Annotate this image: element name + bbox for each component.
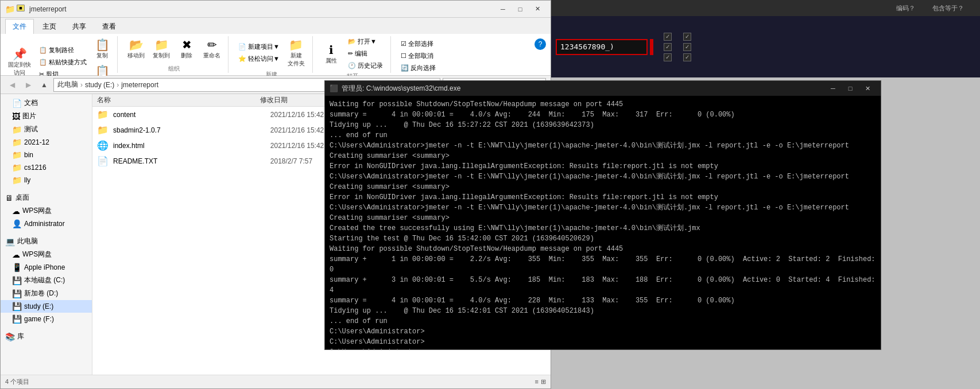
sidebar: 📄 文档 🖼 图片 📁 测试 📁 2021-12 📁 bin [1, 94, 92, 375]
sidebar-section-library: 📚 库 [1, 328, 92, 345]
check3-2[interactable]: ✓ [683, 53, 691, 61]
forward-button[interactable]: ▶ [21, 78, 35, 92]
invert-select-button[interactable]: 🔄 反向选择 [398, 63, 439, 73]
sidebar-item-bin[interactable]: 📁 bin [1, 149, 92, 161]
maximize-button[interactable]: □ [512, 2, 529, 17]
moveto-button[interactable]: 📂 移动到 [125, 36, 148, 61]
sidebar-item-this-pc[interactable]: 💻 此电脑 [1, 235, 92, 248]
dark-panel-body: ✓ ✓ ✓ ✓ ✓ ✓ [551, 16, 980, 77]
view-list-icon[interactable]: ≡ [535, 378, 539, 386]
pin-button[interactable]: 📌 固定到快访问 [5, 45, 34, 79]
properties-label: 属性 [326, 57, 337, 65]
view-grid-icon[interactable]: ⊞ [541, 378, 546, 386]
cmd-title-buttons: ─ □ ✕ [824, 82, 876, 95]
sidebar-label-2021-12: 2021-12 [24, 138, 49, 146]
close-button[interactable]: ✕ [529, 2, 546, 17]
easy-access-label: 轻松访问▼ [248, 55, 280, 63]
desktop-icon: 🖥 [5, 193, 13, 203]
cmd-title-bar: ⬛ 管理员: C:\windows\system32\cmd.exe ─ □ ✕ [325, 81, 881, 96]
file-name-sbadmin: sbadmin2-1.0.7 [113, 126, 268, 134]
pictures-icon: 🖼 [12, 112, 20, 121]
bin-icon: 📁 [12, 150, 22, 160]
sidebar-item-test[interactable]: 📁 测试 [1, 123, 92, 136]
new-buttons: 📄 新建项目▼ ⭐ 轻松访问▼ 📁 新建文件夹 [235, 36, 308, 69]
drive-c-icon: 💾 [12, 276, 22, 285]
rename-button[interactable]: ✏ 重命名 [200, 36, 223, 61]
check-row-3: ✓ ✓ [664, 53, 691, 61]
ribbon-group-new: 📄 新建项目▼ ⭐ 轻松访问▼ 📁 新建文件夹 新建 [235, 36, 313, 73]
sidebar-item-drive-d[interactable]: 💾 新加卷 (D:) [1, 287, 92, 300]
sidebar-label-apple-iphone: Apple iPhone [24, 263, 65, 271]
sidebar-label-test: 测试 [24, 125, 38, 134]
up-button[interactable]: ▲ [37, 78, 51, 92]
sidebar-item-wps2[interactable]: ☁ WPS网盘 [1, 248, 92, 261]
sidebar-item-lly[interactable]: 📁 lly [1, 174, 92, 186]
sidebar-label-documents: 文档 [24, 98, 38, 108]
open-button[interactable]: 📂 打开▼ [345, 36, 386, 47]
help-button[interactable]: ? [534, 38, 546, 50]
sidebar-item-apple-iphone[interactable]: 📱 Apple iPhone [1, 261, 92, 274]
ribbon-tabs: 文件 主页 共享 查看 [1, 18, 551, 34]
edit-button[interactable]: ✏ 编辑 [345, 48, 386, 59]
check1-2[interactable]: ✓ [683, 33, 691, 41]
ribbon-toolbar: 📌 固定到快访问 📋 复制路径 📋 粘贴快捷方式 ✂ 剪切 [1, 34, 551, 76]
cmd-icon: ⬛ [330, 84, 338, 92]
cmd-title: 管理员: C:\windows\system32\cmd.exe [342, 84, 824, 94]
open-label: 打开▼ [358, 37, 377, 46]
copy-button[interactable]: 📋 复制 [92, 36, 113, 61]
delete-button[interactable]: ✖ 删除 [175, 36, 198, 61]
deselect-all-button[interactable]: ☐ 全部取消 [398, 50, 439, 61]
rename-label: 重命名 [203, 52, 220, 60]
check1-1[interactable]: ✓ [664, 33, 672, 41]
sidebar-item-cs1216[interactable]: 📁 cs1216 [1, 161, 92, 174]
drive-f-icon: 💾 [12, 314, 22, 324]
delete-label: 删除 [181, 52, 192, 60]
paste-shortcut-label: 粘贴快捷方式 [49, 58, 87, 67]
sidebar-item-drive-e[interactable]: 💾 study (E:) [1, 300, 92, 313]
sidebar-item-library[interactable]: 📚 库 [1, 330, 92, 343]
copyto-button[interactable]: 📁 复制到 [150, 36, 173, 61]
tab-view[interactable]: 查看 [95, 19, 123, 34]
properties-button[interactable]: ℹ 属性 [320, 41, 343, 67]
organize-group-label: 组织 [168, 65, 180, 73]
tab-share[interactable]: 共享 [65, 19, 94, 34]
cmd-body[interactable]: Waiting for possible Shutdown/StopTestNo… [325, 96, 881, 349]
path-sep2: › [117, 81, 119, 89]
minimize-button[interactable]: ─ [494, 2, 512, 17]
deselect-all-icon: ☐ [401, 52, 406, 60]
select-all-button[interactable]: ☑ 全部选择 [398, 38, 439, 49]
column-name[interactable]: 名称 [97, 95, 260, 105]
tab-file[interactable]: 文件 [5, 19, 34, 34]
sidebar-label-drive-f: game (F:) [24, 315, 54, 323]
sidebar-item-documents[interactable]: 📄 文档 [1, 96, 92, 110]
sidebar-item-pictures[interactable]: 🖼 图片 [1, 110, 92, 123]
new-item-button[interactable]: 📄 新建项目▼ [235, 41, 282, 52]
sidebar-item-drive-c[interactable]: 💾 本地磁盘 (C:) [1, 274, 92, 287]
cmd-minimize[interactable]: ─ [824, 82, 842, 95]
sidebar-item-wps-cloud[interactable]: ☁ WPS网盘 [1, 204, 92, 217]
easy-access-button[interactable]: ⭐ 轻松访问▼ [235, 53, 282, 64]
check-row-2: ✓ ✓ [664, 43, 691, 51]
dark-panel-input[interactable] [556, 39, 648, 55]
sidebar-item-desktop[interactable]: 🖥 桌面 [1, 191, 92, 204]
copy-path-button[interactable]: 📋 复制路径 [36, 45, 90, 56]
back-button[interactable]: ◀ [5, 78, 19, 92]
history-button[interactable]: 🕐 历史记录 [345, 60, 386, 71]
sidebar-item-2021-12[interactable]: 📁 2021-12 [1, 136, 92, 149]
window-title: jmeterreport [29, 5, 494, 13]
cmd-close[interactable]: ✕ [859, 82, 876, 95]
sidebar-label-drive-d: 新加卷 (D:) [24, 289, 58, 298]
check2-1[interactable]: ✓ [664, 43, 672, 51]
tab-home[interactable]: 主页 [35, 19, 64, 34]
check3-1[interactable]: ✓ [664, 53, 672, 61]
pin-label: 固定到快访问 [8, 61, 31, 77]
paste-shortcut-button[interactable]: 📋 粘贴快捷方式 [36, 57, 90, 68]
cmd-maximize[interactable]: □ [842, 82, 859, 95]
file-name-content: content [113, 111, 268, 119]
folder-icon: 📁 [5, 5, 14, 14]
sidebar-item-drive-f[interactable]: 💾 game (F:) [1, 313, 92, 325]
check2-2[interactable]: ✓ [683, 43, 691, 51]
txt-icon: 📄 [97, 155, 109, 166]
new-folder-button[interactable]: 📁 新建文件夹 [285, 36, 308, 69]
sidebar-item-administrator[interactable]: 👤 Administrator [1, 217, 92, 230]
